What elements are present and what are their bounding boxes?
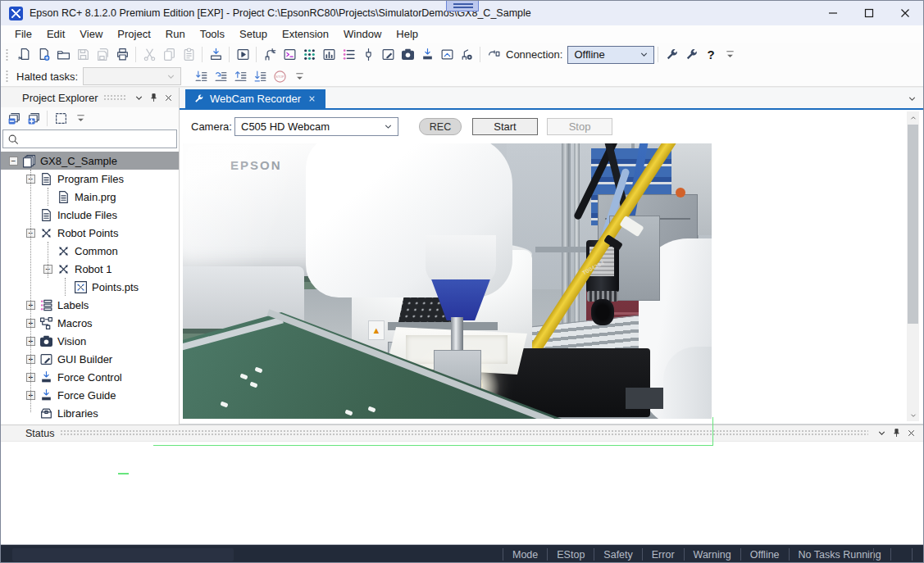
menu-item-tools[interactable]: Tools [193, 25, 232, 43]
pin-icon[interactable] [146, 90, 161, 105]
close-button[interactable] [887, 1, 923, 25]
tree-item-label: Libraries [57, 407, 98, 420]
menu-item-view[interactable]: View [72, 25, 110, 43]
menu-item-extension[interactable]: Extension [275, 25, 336, 43]
tree-item-include-files[interactable]: Include Files [1, 206, 179, 224]
tree-item-macros[interactable]: +Macros [1, 314, 179, 332]
vision-guide-icon[interactable] [398, 45, 417, 65]
tree-item-label: Vision [57, 335, 86, 347]
step-over-icon[interactable] [211, 66, 230, 86]
scroll-down-arrow-icon[interactable] [907, 409, 919, 421]
copy-icon[interactable] [159, 45, 179, 65]
cut-icon[interactable] [139, 45, 159, 65]
scroll-up-arrow-icon[interactable] [907, 111, 919, 124]
force-monitor-icon[interactable] [417, 45, 437, 65]
panel-drag-area[interactable] [60, 429, 868, 437]
tree-item-vision[interactable]: +Vision [1, 332, 179, 350]
pin-icon[interactable] [889, 426, 904, 441]
run-to-icon[interactable] [250, 66, 270, 86]
collapse-toggle-icon[interactable]: − [9, 157, 18, 166]
close-icon[interactable] [904, 426, 918, 441]
panel-menu-chevron-icon[interactable] [874, 426, 889, 441]
panel-drag-area[interactable] [103, 94, 125, 102]
menubar: FileEditViewProjectRunToolsSetupExtensio… [1, 25, 923, 43]
tree-item-robot-1[interactable]: −Robot 1 [1, 260, 179, 278]
simulator-icon[interactable] [437, 45, 457, 65]
io-label-editor-icon[interactable] [319, 45, 339, 65]
pc-wrench-icon[interactable] [662, 45, 681, 65]
gui-builder-icon[interactable] [378, 45, 398, 65]
collapse-all-icon[interactable] [4, 108, 24, 128]
stop-button[interactable]: Stop [547, 118, 612, 135]
tab-close-icon[interactable] [307, 93, 317, 104]
rec-button[interactable]: REC [419, 118, 462, 135]
tree-item-program-files[interactable]: −Program Files [1, 170, 179, 188]
save-all-icon[interactable] [93, 45, 112, 65]
webcam-panel-scrollbar[interactable] [907, 111, 919, 421]
close-icon[interactable] [161, 90, 175, 105]
camera-dropdown[interactable]: C505 HD Webcam [234, 117, 398, 136]
wrench-icon [193, 93, 204, 104]
connection-icon [484, 45, 503, 65]
halted-tasks-dropdown[interactable] [83, 67, 181, 85]
tab-webcam-recorder[interactable]: WebCam Recorder [185, 89, 325, 108]
print-icon[interactable] [112, 45, 132, 65]
save-icon[interactable] [73, 45, 93, 65]
io-monitor-icon[interactable] [299, 45, 319, 65]
tree-item-libraries[interactable]: Libraries [1, 404, 179, 422]
tree-item-gx8-c-sample[interactable]: −GX8_C_Sample [1, 152, 179, 170]
tree-item-common[interactable]: Common [1, 242, 179, 260]
menu-item-run[interactable]: Run [158, 25, 193, 43]
toolbar-grip[interactable] [5, 48, 10, 61]
connection-value: Offline [574, 48, 604, 61]
menu-item-file[interactable]: File [7, 25, 39, 43]
minimize-button[interactable] [815, 1, 851, 25]
macros-icon [39, 316, 53, 330]
tree-item-main-prg[interactable]: Main.prg [1, 188, 179, 206]
paste-icon[interactable] [179, 45, 198, 65]
select-rect-icon[interactable] [51, 108, 71, 128]
connection-dropdown[interactable]: Offline [567, 46, 654, 64]
app-icon [9, 7, 23, 20]
tree-item-labels[interactable]: +Labels [1, 296, 179, 314]
toolbar-overflow-button[interactable] [289, 66, 309, 86]
menu-item-setup[interactable]: Setup [232, 25, 275, 43]
run-window-icon[interactable] [233, 45, 253, 65]
robot-manager-icon[interactable] [260, 45, 280, 65]
panel-toolbar-overflow-button[interactable] [71, 108, 90, 128]
tree-item-force-control[interactable]: +Force Control [1, 368, 179, 386]
tree-item-force-guide[interactable]: +Force Guide [1, 386, 179, 404]
maximize-button[interactable] [851, 1, 887, 25]
build-icon[interactable] [206, 45, 225, 65]
panel-menu-chevron-icon[interactable] [131, 90, 146, 105]
jog-teach-icon[interactable] [358, 45, 378, 65]
toolbar-overflow-button[interactable] [721, 45, 740, 65]
robot-camera-icon[interactable] [457, 45, 476, 65]
menu-item-edit[interactable]: Edit [39, 25, 72, 43]
menu-item-window[interactable]: Window [336, 25, 389, 43]
search-box[interactable] [2, 129, 177, 148]
task-manager-icon[interactable] [339, 45, 358, 65]
new-file-icon[interactable] [34, 45, 53, 65]
tab-overflow-chevron-icon[interactable] [907, 93, 917, 107]
expand-all-icon[interactable] [24, 108, 43, 128]
camera-lens [591, 299, 614, 325]
doc-icon [39, 208, 53, 222]
command-window-icon[interactable] [280, 45, 299, 65]
new-project-icon[interactable] [14, 45, 34, 65]
toolbar-grip[interactable] [5, 70, 10, 83]
open-folder-icon[interactable] [53, 45, 73, 65]
controller-wrench-icon[interactable] [681, 45, 701, 65]
stop-icon[interactable]: STOP [270, 66, 289, 86]
start-button[interactable]: Start [472, 118, 538, 135]
step-into-icon[interactable] [191, 66, 211, 86]
help-button[interactable]: ? [707, 48, 714, 61]
menu-item-help[interactable]: Help [389, 25, 426, 43]
tree-item-points-pts[interactable]: Points.pts [1, 278, 179, 296]
tree-item-label: Robot Points [57, 227, 118, 239]
tree-item-gui-builder[interactable]: +GUI Builder [1, 350, 179, 368]
tree-item-robot-points[interactable]: −Robot Points [1, 224, 179, 242]
menu-item-project[interactable]: Project [110, 25, 157, 43]
scrollbar-thumb[interactable] [908, 125, 918, 324]
step-out-icon[interactable] [230, 66, 250, 86]
